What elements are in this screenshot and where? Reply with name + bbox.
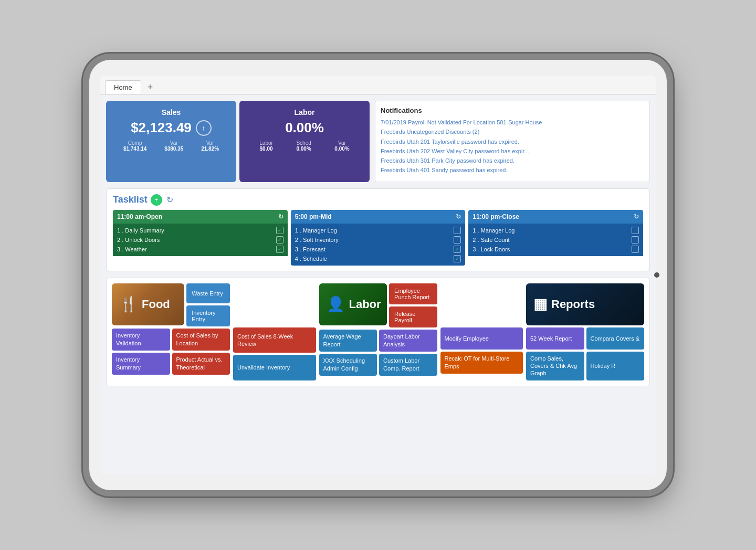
holiday-tile[interactable]: Holiday R bbox=[586, 352, 645, 380]
reports-label: Reports bbox=[551, 298, 595, 311]
food-top-row: 🍴 Food Waste Entry Inventory Entry bbox=[112, 283, 230, 326]
scroll-indicator bbox=[654, 272, 656, 278]
tasklist-refresh-button[interactable]: ↻ bbox=[164, 194, 176, 206]
modify-employee-tile[interactable]: Modify Employee bbox=[440, 327, 523, 350]
sales-up-arrow: ↑ bbox=[196, 120, 212, 136]
food-extra-spacer bbox=[233, 283, 316, 325]
task-checkbox[interactable]: ✓ bbox=[276, 227, 284, 234]
notification-item[interactable]: Freebirds Utah 201 Taylorsville password… bbox=[381, 138, 644, 145]
labor-extra-col: Modify Employee Recalc OT for Multi-Stor… bbox=[440, 283, 523, 380]
food-icon: 🍴 bbox=[119, 295, 138, 313]
task-item[interactable]: 2 . Soft Inventory bbox=[295, 235, 461, 245]
tile-grid-section: 🍴 Food Waste Entry Inventory Entry Inv bbox=[106, 278, 650, 386]
cost-of-sales-8week-tile[interactable]: Cost of Sales 8-Week Review bbox=[233, 327, 316, 353]
reports-column: ▦ Reports 52 Week Report Compara Covers … bbox=[526, 283, 644, 380]
reports-icon: ▦ bbox=[533, 295, 547, 313]
task-item[interactable]: 4 . Schedule ✓ bbox=[295, 254, 461, 263]
task-checkbox[interactable]: ✓ bbox=[454, 255, 461, 262]
tasklist-section: Tasklist + ↻ 11:00 am-Open ↻ bbox=[106, 188, 650, 271]
tab-home[interactable]: Home bbox=[105, 80, 141, 94]
task-item[interactable]: 1 . Manager Log bbox=[472, 226, 639, 235]
labor-extra-sub: Modify Employee Recalc OT for Multi-Stor… bbox=[440, 327, 523, 380]
open-refresh-icon[interactable]: ↻ bbox=[278, 213, 284, 220]
custom-labor-tile[interactable]: Custom Labor Comp. Report bbox=[379, 354, 437, 376]
task-item[interactable]: 1 . Daily Summary ✓ bbox=[117, 226, 284, 235]
tasklist-icons: + ↻ bbox=[151, 194, 176, 206]
task-item[interactable]: 3 . Forecast ✓ bbox=[295, 245, 461, 254]
food-extra-col: Cost of Sales 8-Week Review Unvalidate I… bbox=[233, 283, 316, 380]
task-columns: 11:00 am-Open ↻ 1 . Daily Summary ✓ 2 . … bbox=[113, 210, 643, 266]
task-item[interactable]: 3 . Weather ✓ bbox=[117, 245, 284, 254]
food-column: 🍴 Food Waste Entry Inventory Entry Inv bbox=[112, 283, 230, 380]
tasklist-add-button[interactable]: + bbox=[151, 194, 162, 206]
52-week-report-tile[interactable]: 52 Week Report bbox=[526, 327, 584, 350]
product-actual-theoretical-tile[interactable]: Product Actual vs. Theoretical bbox=[172, 353, 230, 375]
notification-item[interactable]: 7/01/2019 Payroll Not Validated For Loca… bbox=[381, 119, 644, 126]
notification-item[interactable]: Freebirds Utah 401 Sandy password has ex… bbox=[381, 166, 644, 174]
labor-value: 0.00% bbox=[248, 120, 361, 136]
notification-item[interactable]: Freebirds Utah 301 Park City password ha… bbox=[381, 157, 644, 164]
compara-covers-tile[interactable]: Compara Covers & bbox=[586, 327, 645, 350]
task-item[interactable]: 2 . Safe Count bbox=[472, 235, 639, 245]
task-checkbox[interactable] bbox=[454, 236, 461, 244]
task-col-mid-body: 1 . Manager Log 2 . Soft Inventory 3 . F… bbox=[291, 224, 466, 266]
labor-title: Labor bbox=[248, 108, 361, 117]
cost-of-sales-location-tile[interactable]: Cost of Sales by Location bbox=[172, 329, 230, 351]
labor-label: Labor bbox=[349, 298, 381, 311]
unvalidate-inventory-tile[interactable]: Unvalidate Inventory bbox=[233, 355, 316, 380]
task-col-open-header: 11:00 am-Open ↻ bbox=[113, 210, 288, 224]
metrics-area: Sales $2,123.49 ↑ Comp $1,743.14 Var bbox=[106, 101, 370, 182]
tab-new-button[interactable]: + bbox=[143, 81, 158, 94]
xxx-scheduling-tile[interactable]: XXX Scheduling Admin Config bbox=[319, 354, 377, 376]
bottom-grid: 🍴 Food Waste Entry Inventory Entry Inv bbox=[112, 283, 644, 380]
tab-bar: Home + bbox=[100, 76, 656, 94]
task-item[interactable]: 3 . Lock Doors bbox=[472, 245, 639, 254]
sales-sub: Comp $1,743.14 Var $380.35 Var 21.82% bbox=[114, 140, 228, 152]
task-checkbox[interactable]: ✓ bbox=[276, 246, 284, 253]
task-item[interactable]: 2 . Unlock Doors ✓ bbox=[117, 235, 284, 245]
inventory-summary-tile[interactable]: Inventory Summary bbox=[112, 353, 170, 375]
main-content: Sales $2,123.49 ↑ Comp $1,743.14 Var bbox=[100, 94, 656, 474]
sales-title: Sales bbox=[114, 108, 228, 117]
notification-item[interactable]: Freebirds Utah 202 West Valley City pass… bbox=[381, 147, 644, 155]
avg-wage-report-tile[interactable]: Average Wage Report bbox=[319, 330, 377, 352]
notification-item[interactable]: Freebirds Uncategorized Discounts (2) bbox=[381, 128, 644, 135]
close-refresh-icon[interactable]: ↻ bbox=[634, 213, 639, 220]
task-checkbox[interactable] bbox=[632, 227, 639, 234]
waste-entry-tile[interactable]: Waste Entry bbox=[186, 283, 230, 303]
reports-sub-tiles: 52 Week Report Compara Covers & Comp Sal… bbox=[526, 327, 644, 380]
task-col-mid-header: 5:00 pm-Mid ↻ bbox=[291, 210, 466, 224]
notifications-title: Notifications bbox=[381, 107, 644, 114]
task-col-close-body: 1 . Manager Log 2 . Safe Count 3 . Lock … bbox=[468, 224, 643, 256]
task-checkbox[interactable] bbox=[632, 246, 639, 253]
reports-hero-tile[interactable]: ▦ Reports bbox=[526, 283, 644, 325]
task-item[interactable]: 1 . Manager Log bbox=[295, 226, 461, 235]
food-action-tiles: Waste Entry Inventory Entry bbox=[186, 283, 230, 326]
inventory-validation-tile[interactable]: Inventory Validation bbox=[112, 329, 170, 351]
comp-sales-tile[interactable]: Comp Sales, Covers & Chk Avg Graph bbox=[526, 352, 584, 380]
labor-action-tiles: Employee Punch Report Release Payroll bbox=[389, 283, 437, 327]
tasklist-header: Tasklist + ↻ bbox=[113, 194, 643, 206]
task-checkbox[interactable]: ✓ bbox=[276, 236, 284, 244]
task-col-close-header: 11:00 pm-Close ↻ bbox=[468, 210, 643, 224]
daypart-labor-tile[interactable]: Daypart Labor Analysis bbox=[379, 330, 437, 352]
top-section: Sales $2,123.49 ↑ Comp $1,743.14 Var bbox=[106, 101, 650, 182]
employee-punch-tile[interactable]: Employee Punch Report bbox=[389, 283, 437, 304]
release-payroll-tile[interactable]: Release Payroll bbox=[389, 306, 437, 327]
labor-top-row: 👤 Labor Employee Punch Report Release Pa… bbox=[319, 283, 437, 327]
labor-extra-spacer bbox=[440, 283, 523, 325]
task-checkbox[interactable] bbox=[454, 227, 461, 234]
food-sub-tiles: Inventory Validation Cost of Sales by Lo… bbox=[112, 329, 230, 375]
notifications-panel: Notifications 7/01/2019 Payroll Not Vali… bbox=[375, 101, 650, 182]
mid-refresh-icon[interactable]: ↻ bbox=[456, 213, 461, 220]
inventory-entry-tile[interactable]: Inventory Entry bbox=[186, 305, 230, 326]
task-col-open: 11:00 am-Open ↻ 1 . Daily Summary ✓ 2 . … bbox=[113, 210, 288, 266]
task-checkbox[interactable] bbox=[632, 236, 639, 244]
tasklist-title: Tasklist bbox=[113, 194, 148, 205]
labor-sub-tiles: Average Wage Report Daypart Labor Analys… bbox=[319, 330, 437, 376]
task-checkbox[interactable]: ✓ bbox=[454, 246, 461, 253]
labor-hero-tile[interactable]: 👤 Labor bbox=[319, 283, 387, 325]
food-hero-tile[interactable]: 🍴 Food bbox=[112, 283, 184, 325]
sales-card: Sales $2,123.49 ↑ Comp $1,743.14 Var bbox=[106, 101, 236, 182]
recalc-ot-tile[interactable]: Recalc OT for Multi-Store Emps bbox=[440, 352, 523, 374]
